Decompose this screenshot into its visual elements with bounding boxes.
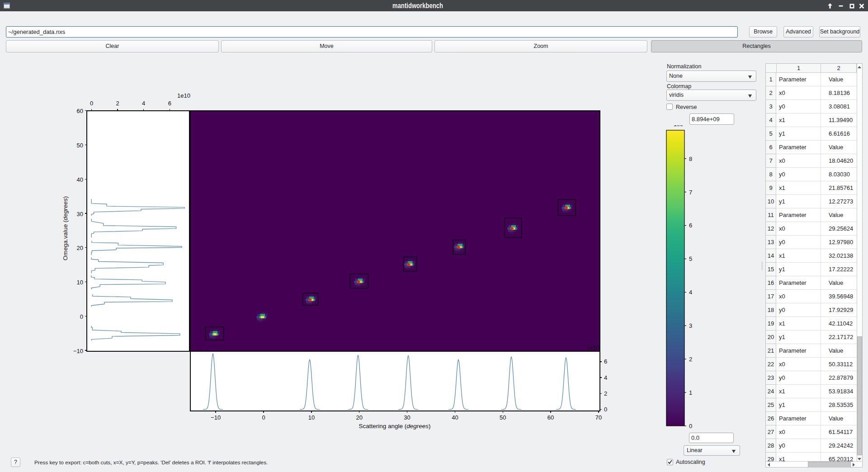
svg-text:50: 50 xyxy=(77,142,83,149)
svg-text:40: 40 xyxy=(77,176,83,183)
svg-text:3: 3 xyxy=(689,322,692,329)
svg-text:6: 6 xyxy=(689,222,692,229)
svg-text:4: 4 xyxy=(689,289,692,296)
svg-text:0: 0 xyxy=(80,313,83,320)
svg-text:8: 8 xyxy=(689,156,692,162)
svg-text:50: 50 xyxy=(500,414,506,421)
svg-text:0: 0 xyxy=(689,423,692,430)
svg-text:1e10: 1e10 xyxy=(177,92,190,99)
svg-text:10: 10 xyxy=(308,414,315,421)
svg-text:6: 6 xyxy=(604,358,607,365)
svg-text:20: 20 xyxy=(77,245,83,251)
svg-text:4: 4 xyxy=(604,374,607,381)
svg-text:0: 0 xyxy=(262,414,265,421)
svg-text:2: 2 xyxy=(689,356,692,363)
svg-text:Omega.value (degrees): Omega.value (degrees) xyxy=(62,196,69,260)
svg-text:30: 30 xyxy=(404,414,410,421)
svg-text:−10: −10 xyxy=(73,348,83,354)
svg-text:60: 60 xyxy=(77,108,83,114)
svg-text:−10: −10 xyxy=(211,414,221,421)
svg-text:6: 6 xyxy=(168,100,171,107)
svg-text:30: 30 xyxy=(77,211,83,217)
svg-text:70: 70 xyxy=(595,414,602,421)
svg-text:0: 0 xyxy=(604,406,607,413)
svg-text:40: 40 xyxy=(452,414,458,421)
svg-text:7: 7 xyxy=(689,189,692,196)
svg-text:4: 4 xyxy=(142,100,145,107)
svg-text:5: 5 xyxy=(689,255,692,262)
svg-text:60: 60 xyxy=(547,414,554,421)
svg-text:1: 1 xyxy=(689,389,692,396)
svg-text:0: 0 xyxy=(90,100,93,107)
svg-text:1e10: 1e10 xyxy=(586,344,599,351)
svg-text:2: 2 xyxy=(116,100,119,107)
svg-text:Scattering angle (degrees): Scattering angle (degrees) xyxy=(359,423,430,430)
svg-text:2: 2 xyxy=(604,390,607,397)
svg-text:20: 20 xyxy=(356,414,362,421)
svg-text:10: 10 xyxy=(77,279,83,286)
